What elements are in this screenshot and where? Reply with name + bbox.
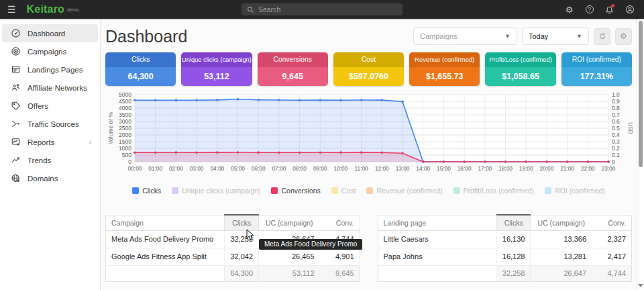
legend-label: ROI (confirmed)	[555, 187, 605, 195]
dashboard-gauge-icon	[10, 28, 21, 39]
column-header-conv[interactable]: Conv.	[592, 215, 631, 230]
legend-label: Conversions	[281, 187, 320, 195]
legend-item-clicks[interactable]: Clicks	[132, 187, 161, 195]
sidebar-item-label: Reports	[28, 138, 54, 146]
svg-text:0.4: 0.4	[612, 132, 620, 138]
column-header-uc[interactable]: UC (campaign)	[259, 215, 320, 230]
stat-card-conversions[interactable]: Conversions9,645	[258, 52, 328, 86]
svg-text:12:00: 12:00	[375, 165, 389, 172]
stat-card-profit-loss[interactable]: Profit/Loss (confirmed)$1,058.65	[485, 52, 555, 86]
page-title: Dashboard	[105, 27, 187, 46]
table-totals-row: 32,258 26,647 4,744	[378, 265, 632, 281]
table-row[interactable]: Little Caesars 16,130 13,366 2,327	[378, 230, 632, 248]
menu-hamburger-icon[interactable]: ☰	[7, 5, 16, 14]
campaigns-filter-value: Campaigns	[420, 32, 458, 40]
chevron-down-icon: ▼	[504, 33, 511, 40]
trend-up-icon	[10, 155, 21, 166]
stat-card-title: Revenue (confirmed)	[409, 52, 480, 67]
sidebar-item-traffic-sources[interactable]: Traffic Sources	[2, 115, 98, 133]
sidebar-item-label: Domains	[28, 175, 58, 183]
legend-item-cost[interactable]: Cost	[331, 187, 356, 195]
svg-text:3500: 3500	[119, 111, 131, 118]
svg-text:16:00: 16:00	[458, 165, 472, 172]
legend-swatch	[172, 187, 178, 194]
legend-item-profit-loss[interactable]: Profit/Loss (confirmed)	[453, 187, 535, 195]
sidebar-item-reports[interactable]: Reports ›	[2, 133, 98, 151]
landing-pages-table: Landing page Clicks UC (campaign) Conv. …	[378, 214, 633, 282]
svg-text:4500: 4500	[119, 98, 131, 105]
stat-card-clicks[interactable]: Clicks64,300	[105, 52, 176, 86]
sidebar-item-domains[interactable]: Domains	[2, 169, 98, 187]
svg-text:2000: 2000	[119, 132, 131, 138]
stat-card-title: Unique clicks (campaign)	[181, 52, 252, 67]
sidebar-item-label: Affiliate Networks	[28, 84, 87, 92]
scrollbar-thumb[interactable]	[639, 21, 643, 167]
keitaro-logo[interactable]: Keitaro	[27, 3, 65, 15]
stat-card-unique-clicks[interactable]: Unique clicks (campaign)53,112	[181, 52, 252, 86]
stat-card-roi[interactable]: ROI (confirmed)177.31%	[561, 52, 632, 86]
svg-text:05:00: 05:00	[231, 165, 245, 172]
stat-card-cost[interactable]: Cost$597.0760	[333, 52, 404, 86]
column-header-uc[interactable]: UC (campaign)	[531, 215, 592, 230]
legend-item-roi[interactable]: ROI (confirmed)	[545, 187, 605, 195]
sidebar-item-campaigns[interactable]: Campaigns	[2, 42, 98, 60]
gear-icon: ⚙	[620, 32, 627, 41]
search-input[interactable]	[258, 5, 392, 13]
legend-label: Revenue (confirmed)	[376, 187, 442, 195]
svg-text:3000: 3000	[119, 118, 131, 125]
sidebar-item-offers[interactable]: Offers	[2, 97, 98, 115]
sidebar-item-trends[interactable]: Trends	[2, 151, 98, 169]
svg-text:1000: 1000	[119, 145, 131, 152]
campaign-name-cell[interactable]: Meta Ads Food Delivery Promo	[106, 230, 225, 248]
svg-text:21:00: 21:00	[560, 165, 574, 172]
stat-card-value: 9,645	[258, 67, 328, 86]
landing-name-cell[interactable]: Little Caesars	[378, 230, 496, 248]
column-header-clicks-sorted[interactable]: Clicks	[496, 215, 531, 230]
campaigns-filter-select[interactable]: Campaigns ▼	[413, 28, 517, 45]
sidebar-item-label: Trends	[28, 156, 51, 164]
svg-text:1.0: 1.0	[612, 92, 620, 98]
date-range-select[interactable]: Today ▼	[522, 28, 589, 45]
svg-text:18:00: 18:00	[498, 165, 513, 172]
help-icon[interactable]: ?	[584, 5, 594, 15]
legend-item-unique-clicks[interactable]: Unique clicks (campaign)	[172, 187, 260, 195]
campaign-name-cell[interactable]: Google Ads Fitness App Split	[106, 248, 225, 265]
svg-text:06:00: 06:00	[252, 165, 266, 172]
column-header-landing-page[interactable]: Landing page	[378, 215, 496, 230]
notifications-bell-icon[interactable]	[604, 5, 614, 15]
column-header-clicks-sorted[interactable]: Clicks	[225, 215, 259, 230]
page-icon	[10, 64, 21, 75]
legend-swatch	[271, 187, 278, 194]
sidebar-item-label: Traffic Sources	[28, 120, 79, 128]
svg-text:10:00: 10:00	[334, 165, 348, 172]
svg-text:0.8: 0.8	[612, 105, 620, 111]
report-chart-icon	[10, 137, 21, 148]
table-row[interactable]: Google Ads Fitness App Split 32,042 26,4…	[106, 248, 360, 265]
stat-card-value: $597.0760	[333, 67, 404, 86]
dashboard-settings-button[interactable]: ⚙	[615, 28, 632, 45]
svg-text:04:00: 04:00	[210, 165, 224, 172]
landing-name-cell[interactable]: Papa Johns	[378, 248, 496, 265]
column-header-campaign[interactable]: Campaign	[106, 215, 225, 230]
search-icon	[247, 6, 254, 13]
table-row[interactable]: Papa Johns 16,128 13,281 2,417	[378, 248, 632, 265]
svg-text:15:00: 15:00	[437, 165, 451, 172]
chevron-right-icon: ›	[89, 138, 91, 146]
account-icon[interactable]	[625, 5, 635, 15]
stat-card-revenue[interactable]: Revenue (confirmed)$1,655.73	[409, 52, 480, 86]
sidebar-item-landings-pages[interactable]: Landings Pages	[2, 60, 98, 79]
svg-text:23:00: 23:00	[602, 165, 616, 172]
legend-item-revenue[interactable]: Revenue (confirmed)	[366, 187, 442, 195]
svg-text:00:00: 00:00	[128, 165, 142, 172]
notification-badge	[611, 4, 614, 7]
settings-gear-icon[interactable]: ⚙	[564, 5, 574, 15]
sidebar-item-affiliate-networks[interactable]: Affiliate Networks	[2, 79, 98, 97]
refresh-button[interactable]	[594, 28, 610, 45]
column-header-conv[interactable]: Conv.	[320, 215, 360, 230]
legend-item-conversions[interactable]: Conversions	[271, 187, 320, 195]
svg-text:0.7: 0.7	[612, 111, 620, 118]
sidebar-item-dashboard[interactable]: Dashboard	[2, 24, 98, 42]
page-scrollbar[interactable]	[636, 19, 644, 290]
scrollbar-down-arrow[interactable]	[638, 284, 643, 287]
global-search[interactable]	[241, 3, 402, 15]
